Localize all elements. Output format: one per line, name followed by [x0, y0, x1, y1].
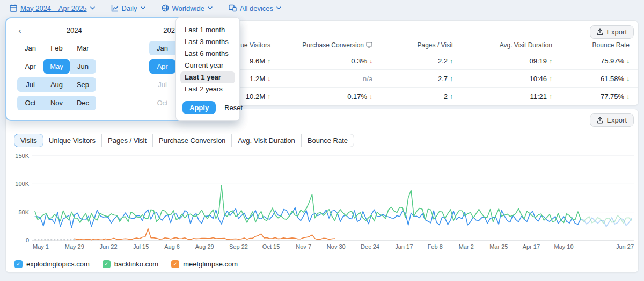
preset-last-1-month[interactable]: Last 1 month — [180, 24, 235, 36]
svg-text:Aug 6: Aug 6 — [164, 243, 180, 250]
preset-last-2-years[interactable]: Last 2 years — [180, 83, 235, 95]
month-apr-2024[interactable]: Apr — [17, 59, 43, 74]
metric-cell: 0.3%↓ — [270, 57, 372, 65]
reset-button[interactable]: Reset — [224, 104, 243, 112]
metric-value: 2.7 — [438, 75, 448, 83]
svg-text:Jun 22: Jun 22 — [100, 243, 118, 250]
filters-toolbar: May 2024 – Apr 2025 Daily Worldwide All … — [0, 0, 644, 16]
export-button-label: Export — [606, 116, 627, 124]
column-header: Avg. Visit Duration — [453, 41, 552, 49]
date-presets-menu: Last 1 monthLast 3 monthsLast 6 monthsCu… — [175, 17, 240, 121]
svg-text:May 10: May 10 — [554, 243, 573, 250]
trend-chart-card: Export VisitsUnique VisitorsPages / Visi… — [5, 109, 639, 273]
month-jan-2025[interactable]: Jan — [149, 41, 175, 55]
svg-text:Sep 22: Sep 22 — [229, 243, 248, 250]
legend-checkbox[interactable]: ✓ — [14, 260, 23, 268]
down-arrow-icon: ↓ — [626, 57, 630, 65]
month-apr-2025[interactable]: Apr — [149, 59, 175, 74]
svg-text:Mar 2: Mar 2 — [459, 243, 474, 250]
export-icon — [597, 117, 603, 124]
month-nov-2024[interactable]: Nov — [43, 96, 70, 110]
metric-value: 11:21 — [530, 92, 547, 100]
metric-cell: 11:21↑ — [453, 92, 552, 100]
tab-purchase-conversion[interactable]: Purchase Conversion — [153, 134, 232, 147]
apply-button[interactable]: Apply — [182, 101, 216, 114]
svg-text:May 1: May 1 — [33, 243, 49, 250]
month-sep-2024[interactable]: Sep — [70, 77, 96, 92]
month-feb-2024[interactable]: Feb — [43, 41, 70, 55]
preset-current-year[interactable]: Current year — [180, 60, 235, 71]
column-header: Pages / Visit — [372, 41, 453, 49]
month-jul-2024[interactable]: Jul — [17, 77, 43, 92]
chart-legend: ✓explodingtopics.com✓backlinko.com✓meetg… — [14, 260, 238, 268]
metric-value: 0.17% — [347, 92, 367, 100]
devices-filter[interactable]: All devices — [229, 4, 281, 12]
svg-text:Feb 8: Feb 8 — [428, 243, 443, 250]
svg-text:May 29: May 29 — [65, 243, 84, 250]
devices-label: All devices — [240, 4, 273, 12]
metric-cell: 09:19↑ — [453, 57, 552, 65]
granularity-label: Daily — [122, 4, 137, 12]
tab-avg-visit-duration[interactable]: Avg. Visit Duration — [232, 134, 301, 147]
devices-icon — [229, 4, 237, 12]
month-aug-2024[interactable]: Aug — [43, 77, 70, 92]
svg-text:Apr 17: Apr 17 — [523, 243, 540, 250]
metric-value: n/a — [363, 75, 372, 83]
metric-cell: 75.97%↓ — [552, 57, 630, 65]
month-may-2024[interactable]: May — [43, 59, 70, 74]
chevron-down-icon — [141, 6, 145, 10]
region-filter[interactable]: Worldwide — [162, 4, 213, 12]
date-range-label: May 2024 – Apr 2025 — [20, 4, 87, 12]
legend-item: ✓meetglimpse.com — [171, 260, 238, 268]
month-jul-2025: Jul — [149, 77, 175, 92]
preset-last-1-year[interactable]: Last 1 year — [180, 71, 235, 83]
svg-text:Dec 24: Dec 24 — [361, 243, 379, 250]
metric-value: 2 — [444, 92, 448, 100]
metric-cell: 2.7↑ — [372, 75, 453, 83]
trend-chart-icon — [111, 4, 119, 12]
chart-export-button[interactable]: Export — [590, 113, 634, 127]
legend-item: ✓explodingtopics.com — [14, 260, 90, 268]
svg-text:50K: 50K — [18, 209, 29, 215]
line-chart[interactable]: 050K100K150KMay 1May 29Jun 22Jul 15Aug 6… — [10, 151, 635, 257]
month-mar-2024[interactable]: Mar — [70, 41, 96, 55]
metric-value: 0.3% — [351, 57, 367, 65]
table-export-button[interactable]: Export — [590, 25, 634, 39]
tab-bounce-rate[interactable]: Bounce Rate — [302, 134, 354, 147]
region-label: Worldwide — [172, 4, 204, 12]
preset-last-3-months[interactable]: Last 3 months — [180, 36, 235, 48]
metric-value: 61.58% — [601, 75, 624, 83]
column-header: Bounce Rate — [552, 41, 630, 49]
tab-unique-visitors[interactable]: Unique Visitors — [43, 134, 102, 147]
tab-pages-visit[interactable]: Pages / Visit — [102, 134, 153, 147]
metric-cell: n/a — [270, 75, 372, 83]
legend-checkbox[interactable]: ✓ — [103, 260, 111, 268]
metric-cell: 61.58%↓ — [552, 75, 630, 83]
svg-text:100K: 100K — [15, 181, 29, 187]
svg-text:Jun 27: Jun 27 — [616, 243, 634, 250]
legend-label: backlinko.com — [114, 260, 158, 268]
month-oct-2024[interactable]: Oct — [17, 96, 43, 110]
preset-last-6-months[interactable]: Last 6 months — [180, 48, 235, 60]
svg-text:0: 0 — [26, 237, 29, 243]
granularity-filter[interactable]: Daily — [111, 4, 145, 12]
month-jun-2024[interactable]: Jun — [70, 59, 96, 74]
export-icon — [597, 28, 603, 35]
date-range-filter[interactable]: May 2024 – Apr 2025 — [10, 4, 95, 12]
svg-text:Nov 7: Nov 7 — [296, 243, 311, 250]
metric-cell: 0.17%↓ — [270, 92, 372, 100]
tab-visits[interactable]: Visits — [14, 134, 43, 147]
calendar-prev-button[interactable]: ‹ — [14, 26, 26, 35]
chevron-down-icon — [208, 6, 213, 10]
legend-checkbox[interactable]: ✓ — [171, 260, 179, 268]
month-grid-2024: JanFebMarAprMayJunJulAugSepOctNovDec — [17, 41, 96, 110]
metric-value: 1.2M — [250, 75, 265, 83]
month-jan-2024[interactable]: Jan — [17, 41, 43, 55]
metric-cell: 10:46↑ — [453, 75, 552, 83]
metric-tabs: VisitsUnique VisitorsPages / VisitPurcha… — [14, 134, 354, 147]
export-button-label: Export — [606, 28, 627, 36]
metric-value: 10:46 — [529, 75, 547, 83]
month-dec-2024[interactable]: Dec — [70, 96, 96, 110]
metric-value: 9.6M — [250, 57, 265, 65]
svg-text:Jan 17: Jan 17 — [395, 243, 413, 250]
